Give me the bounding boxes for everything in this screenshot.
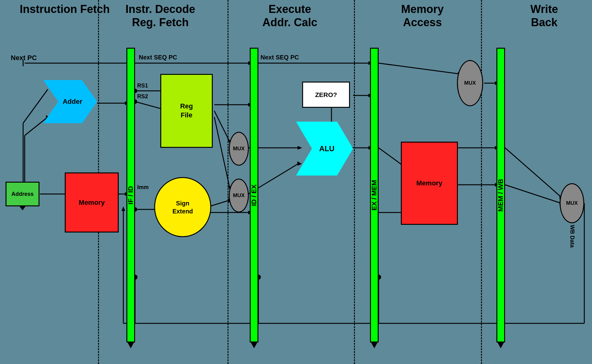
mux-wb-label: MUX bbox=[566, 200, 578, 206]
memory-if: Memory bbox=[65, 172, 119, 233]
stage-header-wb: WriteBack bbox=[500, 2, 589, 29]
next-pc-label: Next PC bbox=[11, 54, 37, 62]
svg-line-40 bbox=[379, 148, 404, 166]
svg-line-52 bbox=[505, 185, 561, 203]
pipeline-reg-ex-mem: EX / MEM bbox=[370, 48, 379, 342]
svg-marker-32 bbox=[297, 161, 302, 166]
imm-label: Imm bbox=[137, 184, 149, 191]
svg-marker-57 bbox=[121, 206, 125, 211]
svg-marker-30 bbox=[298, 146, 302, 150]
svg-line-25 bbox=[210, 200, 230, 206]
stage-header-mem: MemoryAccess bbox=[358, 2, 487, 29]
mux-top-right-label: MUX bbox=[464, 80, 476, 86]
divider-3 bbox=[354, 0, 355, 364]
ex-mem-arrow bbox=[371, 342, 378, 348]
mux-id-ex-bot: MUX bbox=[229, 179, 249, 212]
mux-wb: MUX bbox=[560, 183, 584, 223]
sign-extend: SignExtend bbox=[154, 177, 211, 237]
alu-label: ALU bbox=[319, 144, 334, 153]
svg-line-65 bbox=[25, 117, 48, 135]
id-ex-label: ID / EX bbox=[250, 184, 258, 206]
svg-line-69 bbox=[23, 89, 48, 123]
zero-box: ZERO? bbox=[302, 82, 350, 108]
mux-id-ex-bot-label: MUX bbox=[233, 192, 245, 199]
adder-label: Adder bbox=[63, 98, 82, 106]
wb-data-label: WB Data bbox=[569, 225, 575, 248]
reg-file-label: RegFile bbox=[180, 102, 193, 119]
address-label: Address bbox=[11, 191, 34, 197]
memory-if-label: Memory bbox=[79, 199, 105, 207]
divider-2 bbox=[228, 0, 228, 364]
pipeline-reg-id-ex: ID / EX bbox=[250, 48, 258, 342]
pipeline-reg-mem-wb: MEM / WB bbox=[496, 48, 505, 342]
mem-wb-label: MEM / WB bbox=[497, 179, 505, 211]
memory-mem: Memory bbox=[401, 142, 458, 225]
svg-line-50 bbox=[505, 148, 561, 197]
mux-id-ex-top-label: MUX bbox=[233, 146, 245, 152]
address-box: Address bbox=[6, 182, 39, 206]
rs2-label: RS2 bbox=[137, 93, 148, 100]
mux-top-right: MUX bbox=[457, 60, 483, 106]
svg-line-15 bbox=[135, 102, 163, 109]
mem-wb-arrow bbox=[497, 342, 504, 348]
rs1-label: RS1 bbox=[137, 83, 148, 89]
svg-line-11 bbox=[379, 63, 459, 74]
alu: ALU bbox=[296, 122, 353, 176]
if-id-label: IF / ID bbox=[127, 186, 135, 204]
zero-label: ZERO? bbox=[315, 91, 337, 99]
if-id-arrow bbox=[127, 342, 134, 348]
reg-file: RegFile bbox=[160, 74, 213, 148]
next-seq-pc-1-label: Next SEQ PC bbox=[139, 54, 177, 61]
ex-mem-label: EX / MEM bbox=[370, 180, 378, 210]
sign-extend-label: SignExtend bbox=[172, 199, 193, 215]
stage-header-ex: ExecuteAddr. Calc bbox=[228, 2, 352, 29]
pipeline-reg-if-id: IF / ID bbox=[126, 48, 135, 342]
next-seq-pc-2-label: Next SEQ PC bbox=[261, 54, 299, 61]
mux-id-ex-top: MUX bbox=[229, 132, 249, 166]
stage-header-if: Instruction Fetch bbox=[9, 2, 120, 16]
adder: Adder bbox=[43, 80, 97, 123]
id-ex-arrow bbox=[251, 342, 257, 348]
divider-4 bbox=[481, 0, 482, 364]
memory-mem-label: Memory bbox=[416, 179, 442, 187]
stage-header-id: Instr. DecodeReg. Fetch bbox=[108, 2, 213, 29]
